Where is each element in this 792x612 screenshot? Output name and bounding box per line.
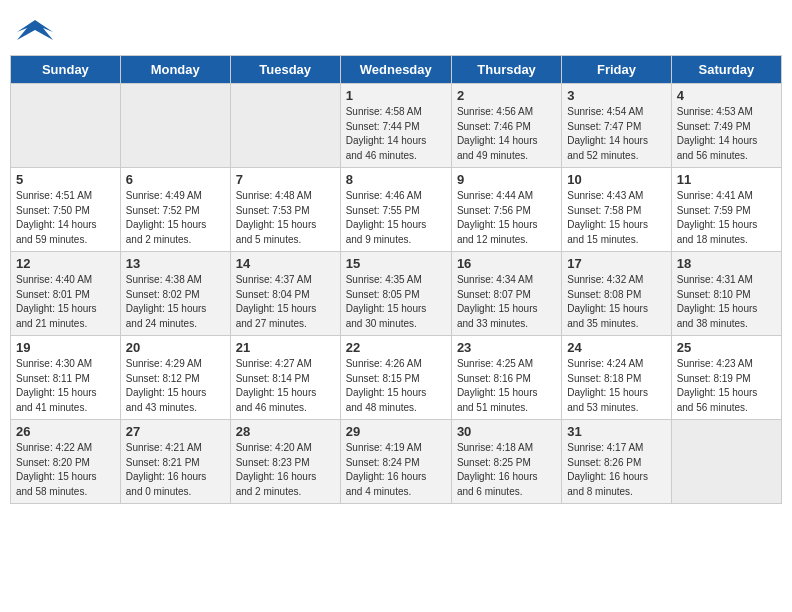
calendar-day-9: 9Sunrise: 4:44 AM Sunset: 7:56 PM Daylig… [451,168,561,252]
day-info: Sunrise: 4:49 AM Sunset: 7:52 PM Dayligh… [126,189,225,247]
calendar-day-empty [230,84,340,168]
day-info: Sunrise: 4:58 AM Sunset: 7:44 PM Dayligh… [346,105,446,163]
day-info: Sunrise: 4:20 AM Sunset: 8:23 PM Dayligh… [236,441,335,499]
day-number: 22 [346,340,446,355]
calendar-day-1: 1Sunrise: 4:58 AM Sunset: 7:44 PM Daylig… [340,84,451,168]
calendar-week-row: 19Sunrise: 4:30 AM Sunset: 8:11 PM Dayli… [11,336,782,420]
day-info: Sunrise: 4:37 AM Sunset: 8:04 PM Dayligh… [236,273,335,331]
day-number: 5 [16,172,115,187]
day-header-sunday: Sunday [11,56,121,84]
calendar-day-21: 21Sunrise: 4:27 AM Sunset: 8:14 PM Dayli… [230,336,340,420]
day-info: Sunrise: 4:38 AM Sunset: 8:02 PM Dayligh… [126,273,225,331]
calendar-day-4: 4Sunrise: 4:53 AM Sunset: 7:49 PM Daylig… [671,84,781,168]
calendar-day-15: 15Sunrise: 4:35 AM Sunset: 8:05 PM Dayli… [340,252,451,336]
day-number: 6 [126,172,225,187]
logo-icon [15,12,53,50]
day-info: Sunrise: 4:35 AM Sunset: 8:05 PM Dayligh… [346,273,446,331]
day-number: 2 [457,88,556,103]
calendar-day-10: 10Sunrise: 4:43 AM Sunset: 7:58 PM Dayli… [562,168,671,252]
calendar-day-12: 12Sunrise: 4:40 AM Sunset: 8:01 PM Dayli… [11,252,121,336]
day-info: Sunrise: 4:19 AM Sunset: 8:24 PM Dayligh… [346,441,446,499]
calendar-day-31: 31Sunrise: 4:17 AM Sunset: 8:26 PM Dayli… [562,420,671,504]
day-info: Sunrise: 4:25 AM Sunset: 8:16 PM Dayligh… [457,357,556,415]
calendar-day-24: 24Sunrise: 4:24 AM Sunset: 8:18 PM Dayli… [562,336,671,420]
calendar-day-empty [11,84,121,168]
day-number: 9 [457,172,556,187]
day-number: 28 [236,424,335,439]
calendar-day-17: 17Sunrise: 4:32 AM Sunset: 8:08 PM Dayli… [562,252,671,336]
day-number: 26 [16,424,115,439]
calendar-day-13: 13Sunrise: 4:38 AM Sunset: 8:02 PM Dayli… [120,252,230,336]
day-header-tuesday: Tuesday [230,56,340,84]
day-info: Sunrise: 4:32 AM Sunset: 8:08 PM Dayligh… [567,273,665,331]
day-info: Sunrise: 4:41 AM Sunset: 7:59 PM Dayligh… [677,189,776,247]
day-info: Sunrise: 4:27 AM Sunset: 8:14 PM Dayligh… [236,357,335,415]
day-number: 7 [236,172,335,187]
day-number: 16 [457,256,556,271]
calendar-day-empty [120,84,230,168]
day-info: Sunrise: 4:31 AM Sunset: 8:10 PM Dayligh… [677,273,776,331]
day-number: 4 [677,88,776,103]
day-number: 27 [126,424,225,439]
day-info: Sunrise: 4:53 AM Sunset: 7:49 PM Dayligh… [677,105,776,163]
day-number: 14 [236,256,335,271]
calendar-day-14: 14Sunrise: 4:37 AM Sunset: 8:04 PM Dayli… [230,252,340,336]
calendar-day-20: 20Sunrise: 4:29 AM Sunset: 8:12 PM Dayli… [120,336,230,420]
day-number: 8 [346,172,446,187]
day-number: 30 [457,424,556,439]
day-info: Sunrise: 4:43 AM Sunset: 7:58 PM Dayligh… [567,189,665,247]
calendar-day-11: 11Sunrise: 4:41 AM Sunset: 7:59 PM Dayli… [671,168,781,252]
day-info: Sunrise: 4:22 AM Sunset: 8:20 PM Dayligh… [16,441,115,499]
day-number: 12 [16,256,115,271]
day-number: 31 [567,424,665,439]
calendar-day-18: 18Sunrise: 4:31 AM Sunset: 8:10 PM Dayli… [671,252,781,336]
day-info: Sunrise: 4:18 AM Sunset: 8:25 PM Dayligh… [457,441,556,499]
calendar-day-2: 2Sunrise: 4:56 AM Sunset: 7:46 PM Daylig… [451,84,561,168]
calendar-day-26: 26Sunrise: 4:22 AM Sunset: 8:20 PM Dayli… [11,420,121,504]
calendar-day-30: 30Sunrise: 4:18 AM Sunset: 8:25 PM Dayli… [451,420,561,504]
day-headers-row: SundayMondayTuesdayWednesdayThursdayFrid… [11,56,782,84]
calendar-day-8: 8Sunrise: 4:46 AM Sunset: 7:55 PM Daylig… [340,168,451,252]
logo [15,12,55,50]
day-info: Sunrise: 4:30 AM Sunset: 8:11 PM Dayligh… [16,357,115,415]
day-info: Sunrise: 4:34 AM Sunset: 8:07 PM Dayligh… [457,273,556,331]
day-header-wednesday: Wednesday [340,56,451,84]
day-number: 15 [346,256,446,271]
day-info: Sunrise: 4:17 AM Sunset: 8:26 PM Dayligh… [567,441,665,499]
calendar-week-row: 12Sunrise: 4:40 AM Sunset: 8:01 PM Dayli… [11,252,782,336]
calendar-week-row: 1Sunrise: 4:58 AM Sunset: 7:44 PM Daylig… [11,84,782,168]
day-info: Sunrise: 4:56 AM Sunset: 7:46 PM Dayligh… [457,105,556,163]
calendar-day-23: 23Sunrise: 4:25 AM Sunset: 8:16 PM Dayli… [451,336,561,420]
calendar-day-6: 6Sunrise: 4:49 AM Sunset: 7:52 PM Daylig… [120,168,230,252]
day-number: 20 [126,340,225,355]
day-info: Sunrise: 4:24 AM Sunset: 8:18 PM Dayligh… [567,357,665,415]
calendar-table: SundayMondayTuesdayWednesdayThursdayFrid… [10,55,782,504]
calendar-day-29: 29Sunrise: 4:19 AM Sunset: 8:24 PM Dayli… [340,420,451,504]
calendar-day-empty [671,420,781,504]
calendar-day-19: 19Sunrise: 4:30 AM Sunset: 8:11 PM Dayli… [11,336,121,420]
day-number: 11 [677,172,776,187]
svg-rect-0 [15,12,53,50]
day-info: Sunrise: 4:44 AM Sunset: 7:56 PM Dayligh… [457,189,556,247]
day-info: Sunrise: 4:26 AM Sunset: 8:15 PM Dayligh… [346,357,446,415]
calendar-day-7: 7Sunrise: 4:48 AM Sunset: 7:53 PM Daylig… [230,168,340,252]
calendar-week-row: 5Sunrise: 4:51 AM Sunset: 7:50 PM Daylig… [11,168,782,252]
calendar-day-3: 3Sunrise: 4:54 AM Sunset: 7:47 PM Daylig… [562,84,671,168]
day-info: Sunrise: 4:40 AM Sunset: 8:01 PM Dayligh… [16,273,115,331]
day-info: Sunrise: 4:51 AM Sunset: 7:50 PM Dayligh… [16,189,115,247]
calendar-day-27: 27Sunrise: 4:21 AM Sunset: 8:21 PM Dayli… [120,420,230,504]
day-info: Sunrise: 4:48 AM Sunset: 7:53 PM Dayligh… [236,189,335,247]
day-number: 23 [457,340,556,355]
calendar-day-22: 22Sunrise: 4:26 AM Sunset: 8:15 PM Dayli… [340,336,451,420]
day-header-friday: Friday [562,56,671,84]
day-number: 13 [126,256,225,271]
day-header-thursday: Thursday [451,56,561,84]
day-number: 18 [677,256,776,271]
calendar-day-28: 28Sunrise: 4:20 AM Sunset: 8:23 PM Dayli… [230,420,340,504]
day-number: 1 [346,88,446,103]
header [0,0,792,55]
day-number: 10 [567,172,665,187]
calendar-day-25: 25Sunrise: 4:23 AM Sunset: 8:19 PM Dayli… [671,336,781,420]
day-header-monday: Monday [120,56,230,84]
day-info: Sunrise: 4:46 AM Sunset: 7:55 PM Dayligh… [346,189,446,247]
